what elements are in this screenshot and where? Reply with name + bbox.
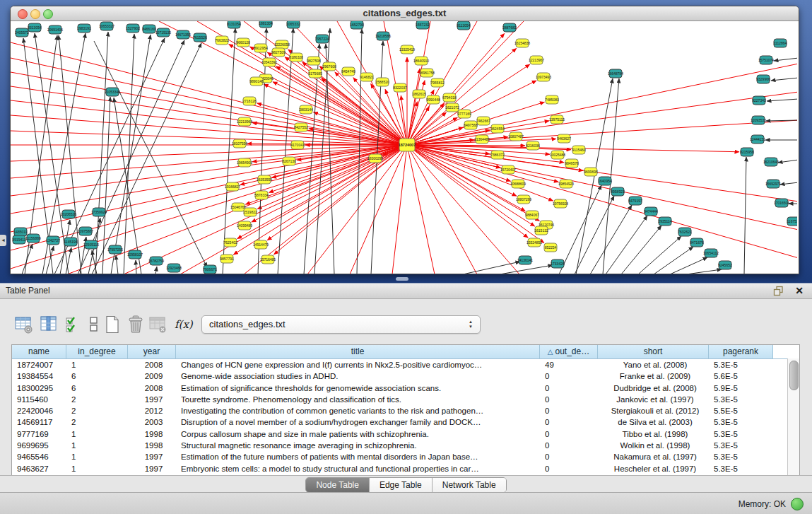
citation-edge-black <box>155 267 157 274</box>
show-columns-icon[interactable] <box>39 314 59 335</box>
delete-icon[interactable] <box>126 314 146 335</box>
tab-network-table[interactable]: Network Table <box>432 478 506 492</box>
network-node-label: 8113054 <box>457 23 470 28</box>
network-node-label: 1621072 <box>445 105 459 110</box>
network-window-titlebar[interactable]: citations_edges.txt <box>11 6 799 21</box>
close-panel-icon[interactable]: ✕ <box>795 285 804 297</box>
network-node-label: 18640910 <box>413 59 429 63</box>
network-node-label: 1983191 <box>77 26 91 30</box>
table-cell: 5.3E-5 <box>709 359 773 370</box>
network-node-label: 8267130 <box>282 159 296 163</box>
network-node-label: 1519822 <box>243 210 257 214</box>
network-node-label: 9890148 <box>249 79 264 83</box>
table-row[interactable]: 1830029562008Estimation of significance … <box>12 382 799 394</box>
table-cell: 1997 <box>128 463 176 474</box>
table-selector-dropdown[interactable]: citations_edges.txt ▲▼ <box>201 315 481 334</box>
network-node-label: 8131054 <box>227 22 241 26</box>
network-hub-label: 18724007 <box>399 143 416 147</box>
table-cell: 2008 <box>128 359 176 370</box>
network-node-label: 9777169 <box>457 112 471 116</box>
table-settings-icon[interactable] <box>14 314 34 335</box>
table-row[interactable]: 977716911998Corpus callosum shape and si… <box>12 428 799 440</box>
network-node-label: 1527902 <box>126 26 140 30</box>
table-cell: 5.3E-5 <box>709 428 773 440</box>
table-cell: Franke et al. (2009) <box>598 370 709 382</box>
network-node-label: 1640954 <box>598 179 612 183</box>
table-cell: 5.6E-5 <box>709 370 773 382</box>
table-row[interactable]: 911546021997Tourette syndrome. Phenomeno… <box>12 394 799 405</box>
table-cell: 18724007 <box>12 359 66 370</box>
vertical-scrollbar[interactable] <box>787 358 799 475</box>
column-header-in_degree[interactable]: in_degree <box>66 345 128 358</box>
network-node-label: 1342737 <box>46 238 60 243</box>
table-row[interactable]: 969969511998Structural magnetic resonanc… <box>12 440 799 451</box>
network-node-label: 10543392 <box>261 60 277 64</box>
column-header-out_de[interactable]: △out_de… <box>540 345 598 358</box>
memory-status-indicator[interactable] <box>791 498 804 510</box>
table-row[interactable]: 946554611997Estimation of the future num… <box>12 451 799 462</box>
tab-edge-table[interactable]: Edge Table <box>369 478 432 492</box>
float-panel-icon[interactable] <box>773 286 784 296</box>
table-cell: 2 <box>66 394 128 405</box>
network-node-label: 6794018 <box>442 95 457 100</box>
table-cell: 22420046 <box>12 405 66 416</box>
citation-edge-black <box>654 247 693 274</box>
citation-edge-red <box>407 21 430 145</box>
network-node-label: 1652790 <box>350 23 364 27</box>
network-node-label: 9146821 <box>360 75 374 79</box>
table-cell: 2003 <box>128 416 176 428</box>
network-node-label: 17359924 <box>91 210 107 214</box>
row-selection-icon[interactable] <box>64 314 83 335</box>
table-row[interactable]: 1456911722003Disruption of a novel membe… <box>12 416 799 428</box>
network-node-label: 16154838 <box>514 41 530 45</box>
splitter-handle[interactable] <box>396 277 408 281</box>
table-row[interactable]: 1872400712008Changes of HCN gene express… <box>12 359 799 370</box>
network-node-label: 13975115 <box>549 117 565 122</box>
network-node-label: 7955812 <box>430 81 445 85</box>
table-cell: Dudbridge et al. (2008) <box>598 382 709 394</box>
rows-icon[interactable] <box>84 314 104 335</box>
table-row[interactable]: 2242004622012Investigating the contribut… <box>12 405 799 416</box>
network-node-label: 14914479 <box>253 243 269 247</box>
table-selector-value: citations_edges.txt <box>209 316 286 333</box>
application-window: citations_edges.txt 24055728313054206914… <box>0 0 812 514</box>
network-node-label: 11156889 <box>25 236 41 240</box>
citation-edge-black <box>638 236 681 274</box>
network-node-label: 1435011 <box>13 230 27 234</box>
citation-edge-red <box>11 42 407 145</box>
column-header-title[interactable]: title <box>176 345 540 358</box>
network-node-label: 9699695 <box>584 170 598 174</box>
table-cell: Stergiakouli et al. (2012) <box>598 405 709 416</box>
table-cell: 5.3E-5 <box>709 463 773 474</box>
panel-collapse-handle[interactable]: ◂ <box>0 235 6 246</box>
tab-node-table[interactable]: Node Table <box>306 478 369 492</box>
table-cell: 2009 <box>128 370 176 382</box>
network-node-label: 19654903 <box>237 160 252 165</box>
network-node-label: 19854923 <box>558 182 574 186</box>
column-header-short[interactable]: short <box>598 345 709 358</box>
column-header-name[interactable]: name <box>12 345 66 358</box>
function-builder-icon[interactable]: f(x) <box>175 314 194 335</box>
network-node-label: 12213967 <box>529 58 544 62</box>
table-cell: Yano et al. (2008) <box>598 359 709 370</box>
network-node-label: 15751074 <box>758 58 774 62</box>
table-row[interactable]: 1938455462009Genome-wide association stu… <box>12 370 799 382</box>
network-canvas[interactable]: 2405572831305420691406198319110653327152… <box>11 21 797 274</box>
table-row[interactable]: 946362711997Embryonic stem cells: a mode… <box>12 463 799 474</box>
network-node-label: 7386372 <box>490 153 505 157</box>
scrollbar-thumb[interactable] <box>789 361 799 390</box>
network-node-label: 9827508 <box>307 59 321 63</box>
network-node-label: 4170041 <box>290 143 305 147</box>
network-node-label: 15692971 <box>765 182 781 186</box>
citation-edge-black <box>780 182 797 185</box>
column-header-pagerank[interactable]: pagerank <box>709 345 773 358</box>
citation-edge-red <box>11 72 407 145</box>
network-desktop: citations_edges.txt 24055728313054206914… <box>0 0 812 283</box>
network-node-label: 19756928 <box>553 201 568 206</box>
table-cell: 5.3E-5 <box>709 394 773 405</box>
network-node-label: 9329966 <box>756 77 770 81</box>
table-cell: 1998 <box>128 440 176 451</box>
network-node-label: 9227343 <box>752 98 766 103</box>
column-header-year[interactable]: year <box>128 345 176 358</box>
new-document-icon[interactable] <box>102 314 122 335</box>
